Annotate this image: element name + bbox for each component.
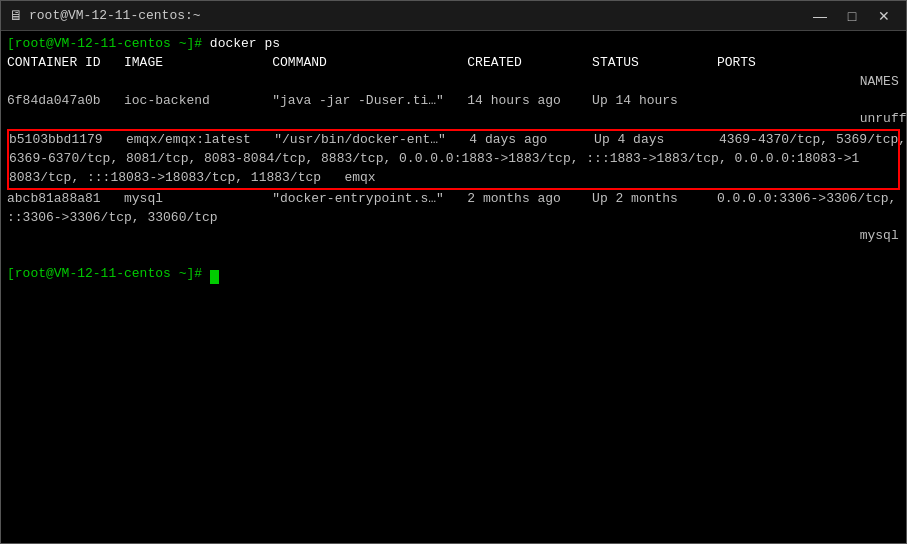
titlebar-left: 🖥 root@VM-12-11-centos:~ — [9, 8, 201, 24]
table-header: CONTAINER ID IMAGE COMMAND CREATED STATU… — [7, 54, 900, 73]
terminal-body[interactable]: [root@VM-12-11-centos ~]# docker ps CONT… — [1, 31, 906, 543]
names-label: NAMES — [860, 74, 899, 89]
names-header-line: NAMES — [7, 73, 900, 92]
table-row-name: mysql — [7, 227, 900, 246]
command-line: [root@VM-12-11-centos ~]# docker ps — [7, 35, 900, 54]
final-prompt: [root@VM-12-11-centos ~]# — [7, 266, 210, 281]
table-row: b5103bbd1179 emqx/emqx:latest "/usr/bin/… — [9, 131, 898, 150]
window-title: root@VM-12-11-centos:~ — [29, 8, 201, 23]
terminal-icon: 🖥 — [9, 8, 23, 24]
table-row: abcb81a88a81 mysql "docker-entrypoint.s…… — [7, 190, 900, 209]
highlighted-row-block: b5103bbd1179 emqx/emqx:latest "/usr/bin/… — [7, 129, 900, 190]
titlebar: 🖥 root@VM-12-11-centos:~ — □ ✕ — [1, 1, 906, 31]
close-button[interactable]: ✕ — [870, 6, 898, 26]
minimize-button[interactable]: — — [806, 6, 834, 26]
command-text: docker ps — [210, 36, 280, 51]
final-prompt-line: [root@VM-12-11-centos ~]# — [7, 265, 900, 284]
table-row: 6f84da047a0b ioc-backend "java -jar -Dus… — [7, 92, 900, 111]
prompt-user: [root@VM-12-11-centos ~]# — [7, 36, 210, 51]
table-row-cont2: 8083/tcp, :::18083->18083/tcp, 11883/tcp… — [9, 169, 898, 188]
terminal-window: 🖥 root@VM-12-11-centos:~ — □ ✕ [root@VM-… — [0, 0, 907, 544]
header-text: CONTAINER ID IMAGE COMMAND CREATED STATU… — [7, 55, 756, 70]
table-row-cont: ::3306->3306/tcp, 33060/tcp — [7, 209, 900, 228]
table-row-name: unruffled_bohr — [7, 110, 900, 129]
cursor — [210, 270, 219, 284]
titlebar-controls: — □ ✕ — [806, 6, 898, 26]
maximize-button[interactable]: □ — [838, 6, 866, 26]
blank-line — [7, 246, 900, 265]
table-row-cont: 6369-6370/tcp, 8081/tcp, 8083-8084/tcp, … — [9, 150, 898, 169]
